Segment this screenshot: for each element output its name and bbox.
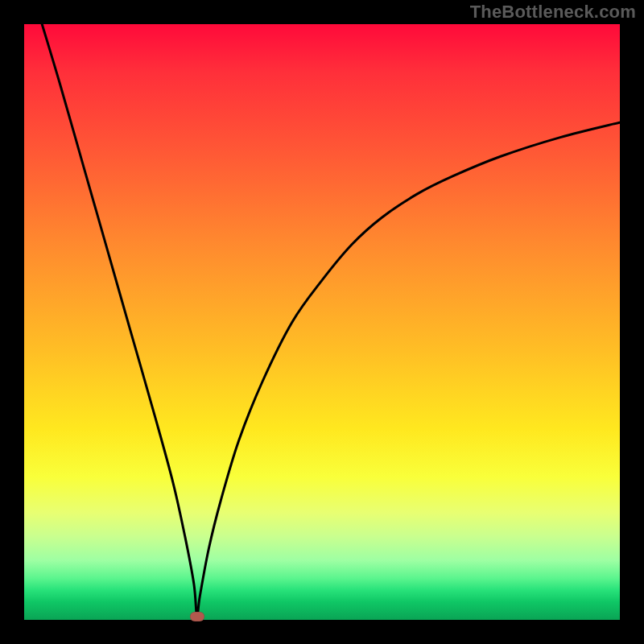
minimum-marker: [190, 612, 204, 621]
curve-layer: [24, 24, 620, 620]
bottleneck-curve: [42, 24, 620, 617]
chart-frame: TheBottleneck.com: [0, 0, 644, 644]
watermark-text: TheBottleneck.com: [470, 2, 636, 23]
